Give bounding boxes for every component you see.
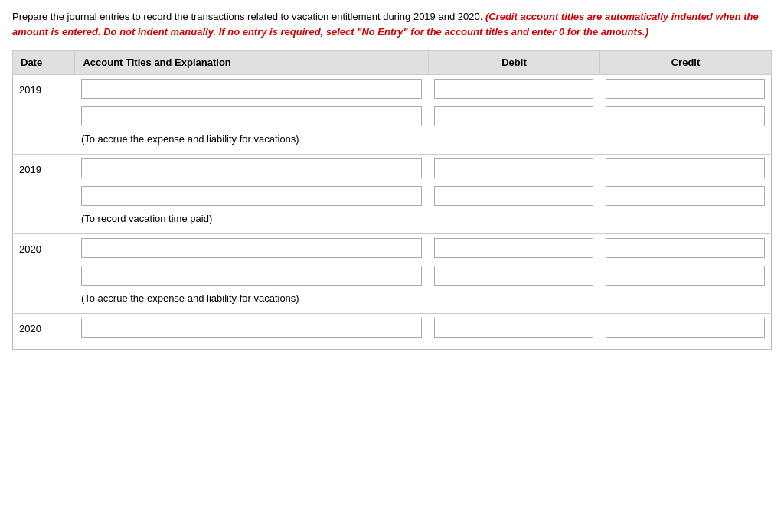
date-cell-2: 2020 [13, 234, 75, 263]
table-row [13, 103, 772, 130]
header-date: Date [13, 51, 75, 75]
debit-cell [428, 182, 599, 210]
debit-cell [428, 155, 599, 183]
account-cell [75, 75, 429, 103]
note-row-1: (To record vacation time paid) [13, 210, 772, 234]
table-row: 2020 [13, 234, 772, 263]
account-input-0-0[interactable] [81, 79, 423, 99]
header-debit: Debit [428, 51, 599, 75]
date-cell-2 [13, 262, 75, 289]
debit-cell [428, 262, 599, 289]
credit-input-1-1[interactable] [606, 186, 765, 206]
credit-input-3-0[interactable] [606, 318, 765, 338]
account-input-1-1[interactable] [81, 186, 423, 206]
credit-input-2-0[interactable] [606, 238, 765, 258]
note-highlight: liability [207, 133, 237, 145]
date-cell-1: 2019 [13, 155, 75, 183]
credit-cell [599, 262, 771, 289]
note-date-spacer [13, 289, 75, 314]
table-row: 2020 [13, 314, 772, 342]
table-header-row: Date Account Titles and Explanation Debi… [13, 51, 772, 75]
note-text-cell-1: (To record vacation time paid) [75, 210, 772, 234]
spacer-row [13, 341, 772, 350]
debit-input-1-1[interactable] [434, 186, 593, 206]
account-cell [75, 103, 429, 130]
table-row [13, 182, 772, 210]
note-text-cell-2: (To accrue the expense and liability for… [75, 289, 772, 314]
note-date-spacer [13, 210, 75, 234]
note-highlight: paid [190, 213, 209, 224]
account-cell [75, 314, 429, 342]
credit-cell [599, 103, 771, 130]
debit-cell [428, 75, 599, 103]
debit-input-1-0[interactable] [434, 158, 593, 178]
date-cell-3: 2020 [13, 314, 75, 342]
note-row-0: (To accrue the expense and liability for… [13, 130, 772, 155]
debit-input-0-0[interactable] [434, 79, 593, 99]
debit-cell [428, 314, 599, 342]
note-date-spacer [13, 130, 75, 155]
account-input-3-0[interactable] [81, 318, 423, 338]
journal-table: Date Account Titles and Explanation Debi… [12, 50, 772, 350]
debit-cell [428, 234, 599, 263]
note-highlight: vacation [129, 213, 165, 224]
account-cell [75, 155, 429, 183]
date-cell-0: 2019 [13, 75, 75, 103]
instructions-container: Prepare the journal entries to record th… [12, 9, 772, 39]
debit-input-3-0[interactable] [434, 318, 593, 338]
credit-input-0-0[interactable] [606, 79, 765, 99]
note-highlight: liability [207, 292, 237, 304]
account-cell [75, 234, 429, 263]
account-input-2-0[interactable] [81, 238, 423, 258]
credit-input-0-1[interactable] [606, 106, 765, 126]
header-credit: Credit [599, 51, 771, 75]
account-input-1-0[interactable] [81, 158, 423, 178]
account-cell [75, 182, 429, 210]
credit-cell [599, 182, 771, 210]
credit-cell [599, 234, 771, 263]
date-cell-1 [13, 182, 75, 210]
note-row-2: (To accrue the expense and liability for… [13, 289, 772, 314]
header-account: Account Titles and Explanation [75, 51, 429, 75]
table-row: 2019 [13, 75, 772, 103]
credit-input-1-0[interactable] [606, 158, 765, 178]
note-text-cell-0: (To accrue the expense and liability for… [75, 130, 772, 155]
debit-cell [428, 103, 599, 130]
credit-input-2-1[interactable] [606, 266, 765, 286]
account-cell [75, 262, 429, 289]
table-row [13, 262, 772, 289]
spacer-cell [13, 341, 772, 350]
account-input-2-1[interactable] [81, 266, 423, 286]
note-highlight: expense [147, 133, 185, 145]
debit-input-0-1[interactable] [434, 106, 593, 126]
instructions-main: Prepare the journal entries to record th… [12, 11, 482, 22]
credit-cell [599, 75, 771, 103]
debit-input-2-1[interactable] [434, 266, 593, 286]
debit-input-2-0[interactable] [434, 238, 593, 258]
date-cell-0 [13, 103, 75, 130]
table-row: 2019 [13, 155, 772, 183]
note-highlight: expense [147, 292, 185, 304]
credit-cell [599, 155, 771, 183]
instructions-text: Prepare the journal entries to record th… [12, 9, 772, 39]
credit-cell [599, 314, 771, 342]
account-input-0-1[interactable] [81, 106, 423, 126]
